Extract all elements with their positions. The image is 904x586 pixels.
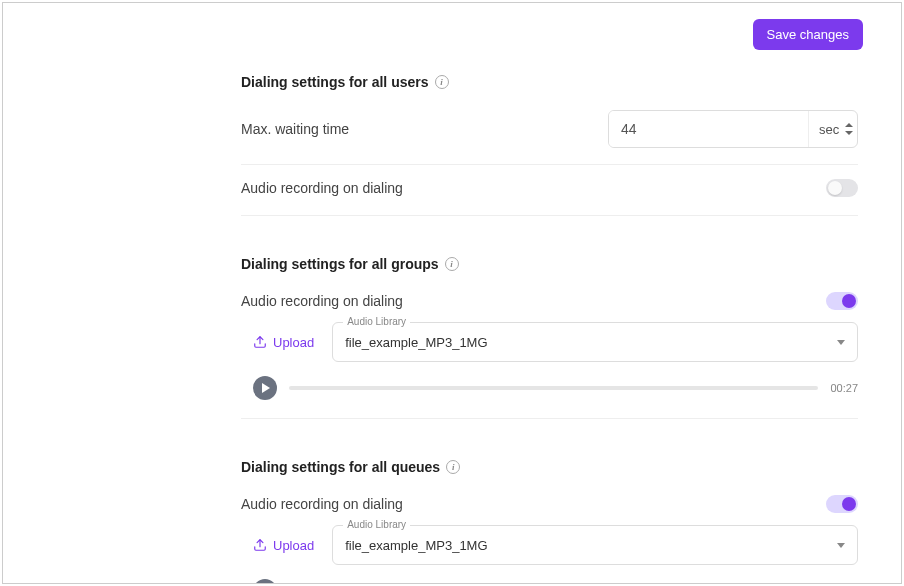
info-icon[interactable]: i [435,75,449,89]
queues-audio-rec-toggle[interactable] [826,495,858,513]
chevron-down-icon [837,543,845,548]
groups-audio-rec-row: Audio recording on dialing [241,292,858,310]
queues-upload-row: Upload Audio Library file_example_MP3_1M… [253,525,858,565]
toggle-knob [828,181,842,195]
queues-upload-button[interactable]: Upload [253,538,314,553]
unit-label: sec [819,122,839,137]
max-wait-label: Max. waiting time [241,121,349,137]
groups-play-button[interactable] [253,376,277,400]
info-icon[interactable]: i [445,257,459,271]
sort-icon [845,123,853,135]
toggle-knob [842,497,856,511]
select-value: file_example_MP3_1MG [345,335,487,350]
divider [241,215,858,216]
settings-panel: Save changes Dialing settings for all us… [2,2,902,584]
queues-player: 00:27 [253,579,858,584]
divider [241,418,858,419]
groups-upload-row: Upload Audio Library file_example_MP3_1M… [253,322,858,362]
groups-audio-library-select[interactable]: Audio Library file_example_MP3_1MG [332,322,858,362]
save-button[interactable]: Save changes [753,19,863,50]
upload-icon [253,538,267,552]
section-title-groups: Dialing settings for all groups i [241,256,858,272]
play-icon [262,383,270,393]
max-wait-input-group: sec [608,110,858,148]
section-title-queues-text: Dialing settings for all queues [241,459,440,475]
users-audio-rec-toggle[interactable] [826,179,858,197]
upload-label: Upload [273,335,314,350]
queues-audio-rec-label: Audio recording on dialing [241,496,403,512]
select-legend: Audio Library [343,519,410,530]
section-title-users: Dialing settings for all users i [241,74,858,90]
upload-label: Upload [273,538,314,553]
groups-upload-button[interactable]: Upload [253,335,314,350]
section-title-users-text: Dialing settings for all users [241,74,429,90]
info-icon[interactable]: i [446,460,460,474]
max-wait-input[interactable] [609,111,808,147]
groups-track[interactable] [289,386,818,390]
max-wait-row: Max. waiting time sec [241,110,858,148]
users-audio-rec-label: Audio recording on dialing [241,180,403,196]
divider [241,164,858,165]
section-title-queues: Dialing settings for all queues i [241,459,858,475]
select-legend: Audio Library [343,316,410,327]
toggle-knob [842,294,856,308]
groups-duration: 00:27 [830,382,858,394]
groups-audio-rec-toggle[interactable] [826,292,858,310]
select-value: file_example_MP3_1MG [345,538,487,553]
queues-audio-library-select[interactable]: Audio Library file_example_MP3_1MG [332,525,858,565]
unit-select[interactable]: sec [808,111,858,147]
queues-audio-rec-row: Audio recording on dialing [241,495,858,513]
groups-audio-rec-label: Audio recording on dialing [241,293,403,309]
chevron-down-icon [837,340,845,345]
upload-icon [253,335,267,349]
section-title-groups-text: Dialing settings for all groups [241,256,439,272]
users-audio-rec-row: Audio recording on dialing [241,179,858,197]
top-bar: Save changes [41,19,863,50]
queues-play-button[interactable] [253,579,277,584]
groups-player: 00:27 [253,376,858,400]
